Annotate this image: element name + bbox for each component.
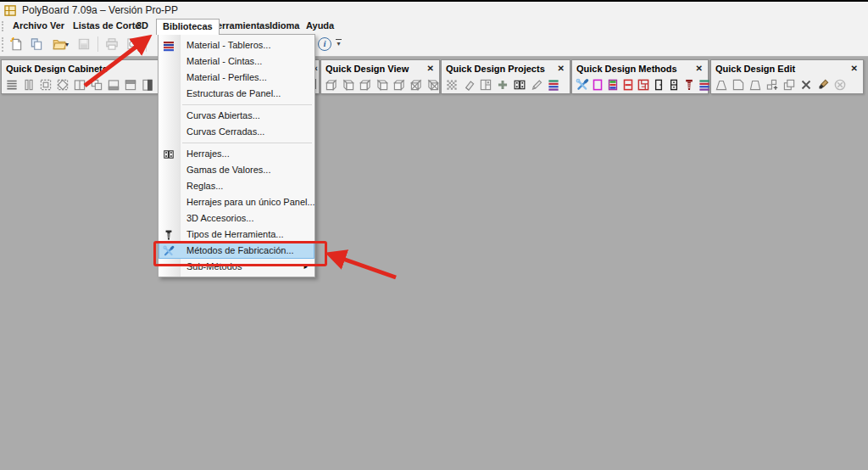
window-chrome: PolyBoard 7.09a – Versión Pro-PP Archivo… [0,2,868,57]
menu-bibliotecas[interactable]: Bibliotecas [156,19,220,35]
menu-item-curvas-abiertas[interactable]: Curvas Abiertas... [159,108,314,124]
trapezoid-icon[interactable] [748,77,763,92]
drawer-icon[interactable] [666,77,682,92]
menu-3d[interactable]: 3D [131,19,154,33]
panel-quick-design-methods: Quick Design Methods ✕ [571,59,709,94]
panel-quick-design-view: Quick Design View ✕ [320,59,440,94]
polyboard-logo-icon [4,4,17,17]
red-joinery-icon[interactable] [636,77,651,92]
print-preview-icon[interactable] [123,35,142,53]
panel-title: Quick Design Edit [715,64,795,74]
polyboard-window: PolyBoard 7.09a – Versión Pro-PP Archivo… [0,0,868,470]
pencil-icon[interactable] [529,77,544,92]
red-shelf-icon[interactable] [620,77,636,92]
print-icon[interactable] [103,35,121,53]
layout-grid-icon[interactable] [478,77,493,92]
toolbar-overflow-icon[interactable]: ▾ [336,39,342,47]
new-from-template-icon[interactable] [27,35,46,53]
plus-icon[interactable] [495,77,510,92]
menu-lines-icon[interactable] [4,77,19,92]
paintbrush-icon[interactable] [815,77,831,92]
panel-title: Quick Design Methods [576,64,677,74]
diamond-square-icon[interactable] [55,77,70,92]
menu-item-material-perfiles[interactable]: Material - Perfiles... [159,70,314,86]
panel-quick-design-projects: Quick Design Projects ✕ [441,59,570,94]
menu-separator [159,102,314,108]
window-title: PolyBoard 7.09a – Versión Pro-PP [22,4,178,16]
delete-cross-icon[interactable] [798,77,814,92]
menubar-grip[interactable] [2,21,6,31]
fabrication-tools-icon[interactable] [575,77,590,92]
cube-x-right-icon[interactable] [426,77,441,92]
screw-red-icon[interactable] [682,77,697,92]
door-icon[interactable] [651,77,666,92]
disabled-circle-icon[interactable] [832,77,848,92]
info-icon[interactable]: i [315,36,334,53]
side-panel-icon[interactable] [140,77,155,92]
open-dropdown-caret-icon[interactable]: ▾ [65,41,69,48]
cube-x-left-icon[interactable] [409,77,424,92]
material-stripes-icon [162,39,175,53]
panel-title: Quick Design View [326,64,409,74]
hinge-pair-icon[interactable] [512,77,527,92]
top-unit-icon[interactable] [123,77,138,92]
panel-title: Quick Design Projects [446,64,545,74]
checkerboard-icon[interactable] [444,77,459,92]
annotation-highlight-box [153,241,327,266]
menu-item-gamas-de-valores[interactable]: Gamas de Valores... [159,162,314,178]
cube-view-1-icon[interactable] [324,77,339,92]
close-icon[interactable]: ✕ [849,64,860,74]
cube-view-2-icon[interactable] [341,77,356,92]
cut-corner-icon[interactable] [731,77,746,92]
menu-item-curvas-cerradas[interactable]: Curvas Cerradas... [159,124,314,140]
cube-view-5-icon[interactable] [392,77,407,92]
menu-item-estructuras-de-panel[interactable]: Estructuras de Panel... [159,86,314,102]
material-stripes-icon[interactable] [546,77,561,92]
menu-item-material-cintas[interactable]: Material - Cintas... [159,53,314,70]
main-toolbar: ▾ [0,34,868,56]
screw-icon [162,228,175,242]
close-icon[interactable]: ✕ [426,64,436,74]
menu-item-reglas[interactable]: Reglas... [159,178,314,194]
menu-ayuda[interactable]: Ayuda [300,19,340,33]
menu-item-3d-accesorios[interactable]: 3D Accesorios... [159,210,314,227]
menu-item-herrajes[interactable]: Herrajes... [159,146,314,162]
menu-separator [159,140,314,146]
frame-magenta-icon[interactable] [590,77,605,92]
corner-units-icon[interactable] [89,77,104,92]
menu-item-herrajes-unico-panel[interactable]: Herrajes para un único Panel... [159,194,314,210]
arrow-to-metodos-de-fabricacion [331,255,396,277]
open-folder-icon[interactable]: ▾ [47,35,73,53]
close-icon[interactable]: ✕ [556,64,566,74]
double-bars-icon[interactable] [21,77,36,92]
cube-view-3-icon[interactable] [358,77,373,92]
menu-bar: Archivo Ver Listas de Corte 3D Bibliotec… [0,19,868,33]
panel-quick-design-edit: Quick Design Edit ✕ [710,59,864,94]
new-file-icon[interactable] [7,35,25,53]
panel-truncation-bar [315,79,316,89]
title-bar: PolyBoard 7.09a – Versión Pro-PP [0,2,868,19]
cube-view-4-icon[interactable] [375,77,390,92]
divided-cabinet-icon[interactable] [72,77,87,92]
panel-structure-icon[interactable] [605,77,620,92]
pentagon-icon[interactable] [714,77,729,92]
close-icon[interactable]: ✕ [694,64,704,74]
base-unit-icon[interactable] [106,77,121,92]
hinge-icon [162,148,175,161]
eraser-icon[interactable] [461,77,476,92]
menu-item-material-tableros[interactable]: Material - Tableros... [159,37,314,53]
overlap-squares-icon[interactable] [782,77,797,92]
marquee-square-icon[interactable] [38,77,53,92]
save-icon[interactable] [75,35,93,53]
duplicate-plus-icon[interactable] [765,77,780,92]
toolbar-grip[interactable] [2,37,6,52]
